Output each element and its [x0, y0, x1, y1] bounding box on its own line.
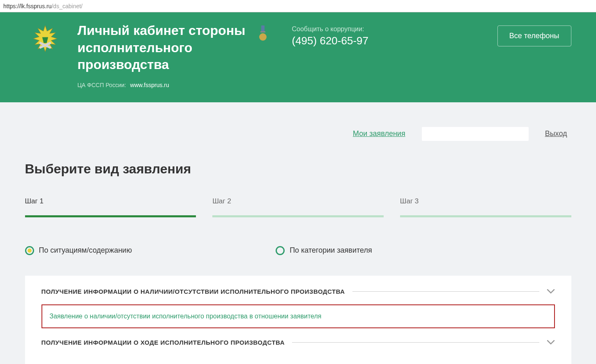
step-bar: [212, 215, 384, 217]
divider: [292, 342, 539, 343]
application-link[interactable]: Заявление о наличии/отсутствии исполните…: [50, 313, 322, 320]
corruption-label: Сообщить о коррупции:: [292, 25, 368, 33]
contact-block: Сообщить о коррупции: (495) 620-65-97: [292, 25, 368, 47]
org-domain-link[interactable]: www.fssprus.ru: [130, 82, 169, 88]
filter-by-category[interactable]: По категории заявителя: [276, 246, 372, 255]
step-label: Шаг 1: [25, 197, 196, 205]
filter-row: По ситуациям/содержанию По категории зая…: [25, 246, 571, 255]
applications-panel: ПОЛУЧЕНИЕ ИНФОРМАЦИИ О НАЛИЧИИ/ОТСУТСТВИ…: [25, 276, 571, 364]
section-title: ПОЛУЧЕНИЕ ИНФОРМАЦИИ О ХОДЕ ИСПОЛНИТЕЛЬН…: [41, 339, 285, 346]
radio-label: По категории заявителя: [290, 246, 372, 255]
steps-row: Шаг 1 Шаг 2 Шаг 3: [25, 197, 571, 217]
url-path: /ds_cabinet/: [51, 3, 83, 9]
emblem-icon: [25, 22, 65, 62]
filter-by-content[interactable]: По ситуациям/содержанию: [25, 246, 132, 255]
step-bar: [400, 215, 571, 217]
radio-icon: [276, 246, 285, 255]
section-title: ПОЛУЧЕНИЕ ИНФОРМАЦИИ О НАЛИЧИИ/ОТСУТСТВИ…: [41, 288, 345, 295]
chevron-down-icon[interactable]: [547, 288, 555, 295]
step-label: Шаг 2: [212, 197, 384, 205]
svg-rect-3: [260, 31, 265, 32]
my-applications-link[interactable]: Мои заявления: [353, 129, 405, 138]
step-1[interactable]: Шаг 1: [25, 197, 196, 217]
step-bar: [25, 215, 196, 217]
all-phones-button[interactable]: Все телефоны: [497, 25, 571, 46]
phone-number[interactable]: (495) 620-65-97: [292, 35, 368, 47]
chevron-down-icon[interactable]: [547, 339, 555, 346]
section-header-presence[interactable]: ПОЛУЧЕНИЕ ИНФОРМАЦИИ О НАЛИЧИИ/ОТСУТСТВИ…: [41, 288, 555, 295]
site-title: Личный кабинет стороны исполнительного п…: [78, 22, 250, 74]
user-name-block: [422, 127, 529, 141]
radio-icon: [25, 246, 34, 255]
step-3[interactable]: Шаг 3: [400, 197, 571, 217]
radio-label: По ситуациям/содержанию: [39, 246, 132, 255]
url-host: https://lk.fssprus.ru: [3, 3, 51, 9]
medal-icon: [258, 25, 267, 42]
svg-rect-2: [261, 25, 265, 31]
divider: [352, 291, 539, 292]
step-2[interactable]: Шаг 2: [212, 197, 384, 217]
page-title: Выберите вид заявления: [25, 161, 571, 177]
top-nav: Мои заявления Выход: [25, 127, 571, 141]
org-label: ЦА ФССП России:: [78, 82, 126, 88]
step-label: Шаг 3: [400, 197, 571, 205]
highlighted-application[interactable]: Заявление о наличии/отсутствии исполните…: [41, 304, 555, 328]
logout-link[interactable]: Выход: [545, 129, 567, 138]
site-header: Личный кабинет стороны исполнительного п…: [0, 12, 596, 102]
address-bar[interactable]: https://lk.fssprus.ru/ds_cabinet/: [0, 0, 596, 12]
section-header-progress[interactable]: ПОЛУЧЕНИЕ ИНФОРМАЦИИ О ХОДЕ ИСПОЛНИТЕЛЬН…: [41, 339, 555, 346]
svg-point-4: [259, 33, 267, 41]
